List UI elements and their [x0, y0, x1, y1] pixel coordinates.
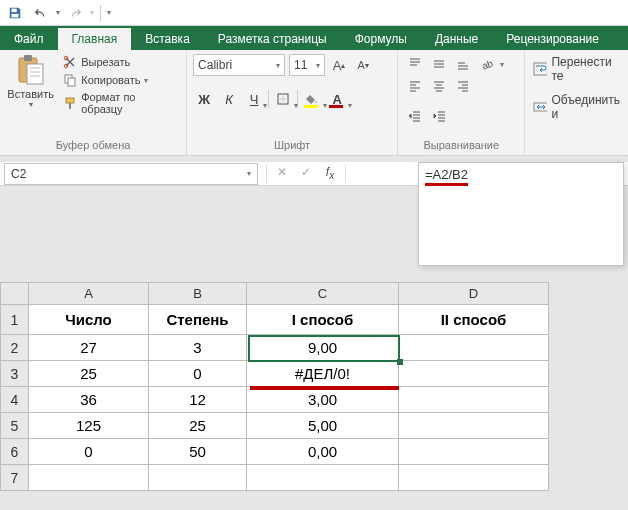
copy-button[interactable]: Копировать ▾ [61, 72, 180, 88]
increase-font-icon[interactable]: A▴ [329, 54, 349, 76]
formula-tooltip: =A2/B2 [418, 162, 624, 266]
decrease-indent-icon[interactable] [404, 106, 426, 126]
name-box[interactable]: C2 ▾ [4, 163, 258, 185]
cell[interactable]: 27 [29, 335, 149, 361]
cell[interactable]: 0 [29, 439, 149, 465]
tab-home[interactable]: Главная [58, 28, 132, 50]
merge-center-button[interactable]: Объединить и [531, 92, 622, 122]
copy-dropdown-icon[interactable]: ▾ [144, 76, 148, 85]
tab-review[interactable]: Рецензирование [492, 28, 613, 50]
cell[interactable]: II способ [399, 305, 549, 335]
col-header-c[interactable]: C [247, 283, 399, 305]
borders-button[interactable]: ▾ [272, 88, 294, 110]
col-header-a[interactable]: A [29, 283, 149, 305]
tab-insert[interactable]: Вставка [131, 28, 204, 50]
row-header[interactable]: 2 [1, 335, 29, 361]
cell-selected[interactable]: 9,00 [247, 335, 399, 361]
format-painter-icon [63, 96, 77, 110]
paste-dropdown-icon[interactable]: ▾ [29, 100, 33, 109]
align-bottom-icon[interactable] [452, 54, 474, 74]
row-header[interactable]: 7 [1, 465, 29, 491]
clipboard-group-label: Буфер обмена [6, 137, 180, 155]
cell[interactable]: 0 [149, 361, 247, 387]
error-highlight [250, 386, 399, 390]
row-header[interactable]: 6 [1, 439, 29, 465]
wrap-text-button[interactable]: Перенести те [531, 54, 622, 84]
redo-icon[interactable] [64, 2, 86, 24]
align-top-icon[interactable] [404, 54, 426, 74]
cell[interactable]: 25 [29, 361, 149, 387]
underline-button[interactable]: Ч▾ [243, 88, 265, 110]
cell[interactable] [399, 361, 549, 387]
scissors-icon [63, 55, 77, 69]
merge-icon [533, 100, 547, 114]
save-icon[interactable] [4, 2, 26, 24]
fx-icon[interactable]: fx [319, 165, 341, 181]
enter-formula-icon[interactable]: ✓ [295, 165, 317, 181]
paste-button[interactable]: Вставить ▾ [6, 54, 55, 137]
font-size-select[interactable]: 11 ▾ [289, 54, 325, 76]
decrease-font-icon[interactable]: A▾ [353, 54, 373, 76]
cell[interactable]: Степень [149, 305, 247, 335]
cell[interactable] [399, 335, 549, 361]
cell[interactable]: 3 [149, 335, 247, 361]
orientation-button[interactable]: ab▾ [480, 54, 506, 74]
format-painter-button[interactable]: Формат по образцу [61, 90, 180, 116]
svg-rect-9 [66, 98, 74, 103]
cell[interactable]: 0,00 [247, 439, 399, 465]
select-all-corner[interactable] [1, 283, 29, 305]
cell[interactable]: 125 [29, 413, 149, 439]
cancel-formula-icon[interactable]: ✕ [271, 165, 293, 181]
cell[interactable] [399, 387, 549, 413]
svg-rect-4 [27, 64, 43, 84]
row-header[interactable]: 5 [1, 413, 29, 439]
align-right-icon[interactable] [452, 76, 474, 96]
cell[interactable]: Число [29, 305, 149, 335]
cell[interactable]: #ДЕЛ/0! [247, 361, 399, 387]
cut-button[interactable]: Вырезать [61, 54, 180, 70]
cell[interactable] [29, 465, 149, 491]
align-center-icon[interactable] [428, 76, 450, 96]
row-header[interactable]: 1 [1, 305, 29, 335]
cell[interactable] [399, 413, 549, 439]
increase-indent-icon[interactable] [429, 106, 451, 126]
row-header[interactable]: 3 [1, 361, 29, 387]
svg-rect-3 [24, 55, 32, 61]
undo-dropdown-icon[interactable]: ▾ [56, 8, 60, 17]
cell[interactable]: 3,00 [247, 387, 399, 413]
chevron-down-icon: ▾ [276, 61, 280, 70]
cell[interactable] [149, 465, 247, 491]
tab-file[interactable]: Файл [0, 28, 58, 50]
cell[interactable] [247, 465, 399, 491]
tab-data[interactable]: Данные [421, 28, 492, 50]
tab-formulas[interactable]: Формулы [341, 28, 421, 50]
align-middle-icon[interactable] [428, 54, 450, 74]
cell[interactable]: 5,00 [247, 413, 399, 439]
fill-color-button[interactable]: ▾ [301, 88, 323, 110]
paste-label: Вставить [7, 88, 54, 100]
cell[interactable]: 50 [149, 439, 247, 465]
align-left-icon[interactable] [404, 76, 426, 96]
undo-icon[interactable] [30, 2, 52, 24]
tab-page-layout[interactable]: Разметка страницы [204, 28, 341, 50]
cell[interactable]: I способ [247, 305, 399, 335]
font-color-button[interactable]: A ▾ [326, 88, 348, 110]
font-name-select[interactable]: Calibri ▾ [193, 54, 285, 76]
bold-button[interactable]: Ж [193, 88, 215, 110]
col-header-d[interactable]: D [399, 283, 549, 305]
fill-handle[interactable] [397, 359, 403, 365]
row-header[interactable]: 4 [1, 387, 29, 413]
quick-access-toolbar: ▾ ▾ ▾ [0, 0, 628, 26]
redo-dropdown-icon[interactable]: ▾ [90, 8, 94, 17]
cell[interactable] [399, 465, 549, 491]
col-header-b[interactable]: B [149, 283, 247, 305]
italic-button[interactable]: К [218, 88, 240, 110]
cell[interactable] [399, 439, 549, 465]
svg-rect-8 [68, 78, 75, 86]
cut-label: Вырезать [81, 56, 130, 68]
format-painter-label: Формат по образцу [81, 91, 178, 115]
cell[interactable]: 36 [29, 387, 149, 413]
qat-customize-icon[interactable]: ▾ [107, 8, 111, 17]
cell[interactable]: 25 [149, 413, 247, 439]
cell[interactable]: 12 [149, 387, 247, 413]
